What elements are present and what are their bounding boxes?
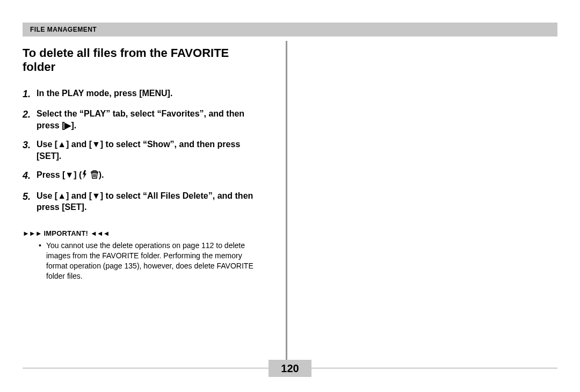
important-heading: ►►► IMPORTANT! ◄◄◄: [23, 229, 253, 237]
flash-icon: [82, 170, 88, 179]
step-number: 5.: [23, 190, 37, 213]
step-number: 1.: [23, 88, 37, 100]
trash-icon: [90, 170, 99, 179]
important-item: You cannot use the delete operations on …: [39, 241, 253, 281]
decor-left-arrows-icon: ◄◄◄: [90, 229, 110, 237]
section-title: File Management: [30, 26, 97, 33]
section-header: File Management: [23, 23, 557, 37]
content-columns: To delete all files from the FAVORITE fo…: [23, 46, 557, 360]
step-text: Press [▼] ( ).: [37, 169, 253, 182]
page-title: To delete all files from the FAVORITE fo…: [23, 46, 253, 75]
step-text-pre: Press [▼] (: [37, 170, 82, 179]
step-4: 4. Press [▼] ( ).: [23, 169, 253, 182]
page-number: 120: [269, 360, 311, 377]
step-number: 4.: [23, 169, 37, 182]
step-2: 2. Select the “PLAY” tab, select “Favori…: [23, 108, 253, 131]
step-text: Use [▲] and [▼] to select “All Files Del…: [37, 190, 253, 213]
step-3: 3. Use [▲] and [▼] to select “Show”, and…: [23, 139, 253, 162]
step-1: 1. In the PLAY mode, press [MENU].: [23, 88, 253, 100]
right-column: [309, 46, 550, 360]
decor-right-arrows-icon: ►►►: [23, 229, 42, 237]
important-list: You cannot use the delete operations on …: [23, 241, 253, 281]
important-label-text: IMPORTANT!: [44, 229, 88, 237]
manual-page: File Management To delete all files from…: [23, 23, 557, 377]
step-text: Use [▲] and [▼] to select “Show”, and th…: [37, 139, 253, 162]
page-footer: 120: [23, 360, 557, 377]
instruction-list: 1. In the PLAY mode, press [MENU]. 2. Se…: [23, 88, 253, 213]
step-number: 2.: [23, 108, 37, 131]
important-note: ►►► IMPORTANT! ◄◄◄ You cannot use the de…: [23, 229, 253, 281]
step-number: 3.: [23, 139, 37, 162]
column-divider: [286, 41, 287, 368]
left-column: To delete all files from the FAVORITE fo…: [23, 46, 264, 360]
step-text-post: ).: [99, 170, 104, 179]
step-5: 5. Use [▲] and [▼] to select “All Files …: [23, 190, 253, 213]
step-text: In the PLAY mode, press [MENU].: [37, 88, 253, 100]
step-text: Select the “PLAY” tab, select “Favorites…: [37, 108, 253, 131]
